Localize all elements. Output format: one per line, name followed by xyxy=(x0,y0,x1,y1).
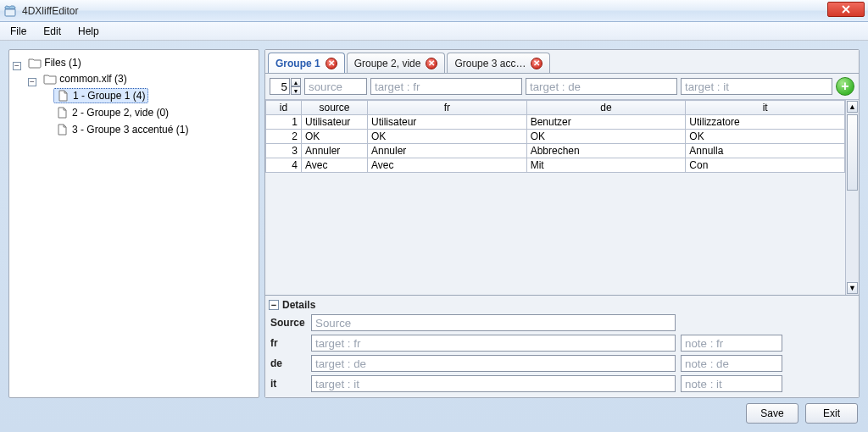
grid-scrollbar[interactable]: ▲ ▼ xyxy=(845,100,859,295)
tree-root-label: Files (1) xyxy=(44,57,81,69)
cell-it[interactable]: Con xyxy=(686,158,845,173)
window-title: 4DXliffEditor xyxy=(22,5,78,17)
table-row[interactable]: 1UtilisateurUtilisateurBenutzerUtilizzat… xyxy=(266,115,845,130)
details-collapse[interactable]: − xyxy=(269,300,279,310)
cell-id[interactable]: 1 xyxy=(266,115,302,130)
cell-id[interactable]: 2 xyxy=(266,130,302,144)
cell-de[interactable]: Benutzer xyxy=(526,115,686,130)
menu-file[interactable]: File xyxy=(2,24,35,39)
cell-fr[interactable]: Avec xyxy=(368,158,527,173)
scroll-up[interactable]: ▲ xyxy=(847,101,858,113)
title-bar: 4DXliffEditor xyxy=(0,0,868,22)
quick-add-button[interactable]: + xyxy=(836,77,854,96)
table-row[interactable]: 2OKOKOKOK xyxy=(266,130,845,144)
tab-label: Groupe 3 acc… xyxy=(454,58,526,69)
details-panel: − Details Source fr de xyxy=(265,295,859,397)
scroll-down[interactable]: ▼ xyxy=(847,282,858,294)
editor-panel: Groupe 1✕Groupe 2, vide✕Groupe 3 acc…✕ ▲… xyxy=(264,49,860,398)
folder-icon xyxy=(43,73,57,85)
table-row[interactable]: 3AnnulerAnnulerAbbrechenAnnulla xyxy=(266,144,845,158)
tree-group-label: 2 - Groupe 2, vide (0) xyxy=(72,107,169,119)
footer: Save Exit xyxy=(8,398,860,424)
quick-id-input[interactable] xyxy=(270,78,290,95)
quick-source-input[interactable] xyxy=(304,78,367,95)
detail-source-input[interactable] xyxy=(311,314,676,331)
tab[interactable]: Groupe 3 acc…✕ xyxy=(447,53,550,73)
cell-fr[interactable]: OK xyxy=(368,130,527,144)
file-icon xyxy=(56,124,70,136)
quick-fr-input[interactable] xyxy=(370,78,522,95)
col-source[interactable]: source xyxy=(302,101,368,115)
cell-source[interactable]: Avec xyxy=(302,158,368,173)
details-title: Details xyxy=(282,299,315,311)
tab-close-icon[interactable]: ✕ xyxy=(531,58,542,69)
cell-source[interactable]: OK xyxy=(302,130,368,144)
cell-id[interactable]: 4 xyxy=(266,158,302,173)
quick-it-input[interactable] xyxy=(681,78,832,95)
tab-close-icon[interactable]: ✕ xyxy=(426,58,437,69)
tree-group[interactable]: 2 - Groupe 2, vide (0) xyxy=(53,106,171,119)
menu-bar: File Edit Help xyxy=(0,22,868,41)
col-it[interactable]: it xyxy=(686,101,845,115)
detail-de-note[interactable] xyxy=(681,355,782,372)
file-tree[interactable]: − Files (1) − xyxy=(8,49,259,398)
detail-label-fr: fr xyxy=(270,337,306,349)
app-icon xyxy=(3,4,17,18)
detail-label-de: de xyxy=(270,357,306,369)
tab[interactable]: Groupe 2, vide✕ xyxy=(347,53,446,73)
tree-file-label: common.xlf (3) xyxy=(59,73,126,85)
exit-button[interactable]: Exit xyxy=(805,403,858,424)
detail-label-it: it xyxy=(270,378,306,390)
table-row[interactable]: 4AvecAvecMitCon xyxy=(266,158,845,173)
tree-toggle[interactable]: − xyxy=(13,62,21,70)
detail-fr-note[interactable] xyxy=(681,335,782,352)
tree-root[interactable]: Files (1) xyxy=(25,56,83,69)
tree-group[interactable]: 1 - Groupe 1 (4) xyxy=(53,88,148,103)
cell-fr[interactable]: Annuler xyxy=(368,144,527,158)
tab[interactable]: Groupe 1✕ xyxy=(268,53,345,73)
tree-toggle[interactable]: − xyxy=(28,78,36,86)
detail-it-note[interactable] xyxy=(681,375,782,392)
quick-de-input[interactable] xyxy=(526,78,677,95)
tab-label: Groupe 1 xyxy=(275,58,320,69)
menu-help[interactable]: Help xyxy=(70,24,108,39)
tab-close-icon[interactable]: ✕ xyxy=(326,58,337,69)
cell-id[interactable]: 3 xyxy=(266,144,302,158)
quick-id-down[interactable]: ▼ xyxy=(291,86,301,95)
detail-it-target[interactable] xyxy=(311,375,676,392)
tree-file[interactable]: common.xlf (3) xyxy=(41,72,129,86)
quick-id-up[interactable]: ▲ xyxy=(291,78,301,86)
cell-de[interactable]: OK xyxy=(526,130,686,144)
detail-fr-target[interactable] xyxy=(311,335,676,352)
file-icon xyxy=(57,90,70,102)
translation-grid[interactable]: id source fr de it 1UtilisateurUtilisate… xyxy=(265,100,845,295)
cell-it[interactable]: OK xyxy=(686,130,845,144)
tab-label: Groupe 2, vide xyxy=(354,58,421,69)
scroll-thumb[interactable] xyxy=(847,114,858,191)
cell-fr[interactable]: Utilisateur xyxy=(368,115,527,130)
menu-edit[interactable]: Edit xyxy=(35,24,70,39)
save-button[interactable]: Save xyxy=(746,403,798,424)
col-fr[interactable]: fr xyxy=(368,101,527,115)
folder-icon xyxy=(28,57,42,69)
detail-label-source: Source xyxy=(270,317,306,329)
cell-de[interactable]: Abbrechen xyxy=(526,144,686,158)
file-icon xyxy=(56,107,70,119)
tree-group[interactable]: 3 - Groupe 3 accentué (1) xyxy=(53,123,191,136)
tab-bar: Groupe 1✕Groupe 2, vide✕Groupe 3 acc…✕ xyxy=(265,50,859,73)
tree-group-label: 1 - Groupe 1 (4) xyxy=(73,90,145,102)
quick-add-row: ▲ ▼ + xyxy=(265,74,859,99)
cell-it[interactable]: Utilizzatore xyxy=(686,115,845,130)
cell-de[interactable]: Mit xyxy=(526,158,686,173)
cell-source[interactable]: Annuler xyxy=(302,144,368,158)
tree-group-label: 3 - Groupe 3 accentué (1) xyxy=(72,124,188,136)
cell-it[interactable]: Annulla xyxy=(686,144,845,158)
col-id[interactable]: id xyxy=(266,101,302,115)
col-de[interactable]: de xyxy=(526,101,686,115)
window-close-button[interactable] xyxy=(827,2,865,17)
detail-de-target[interactable] xyxy=(311,355,676,372)
cell-source[interactable]: Utilisateur xyxy=(302,115,368,130)
